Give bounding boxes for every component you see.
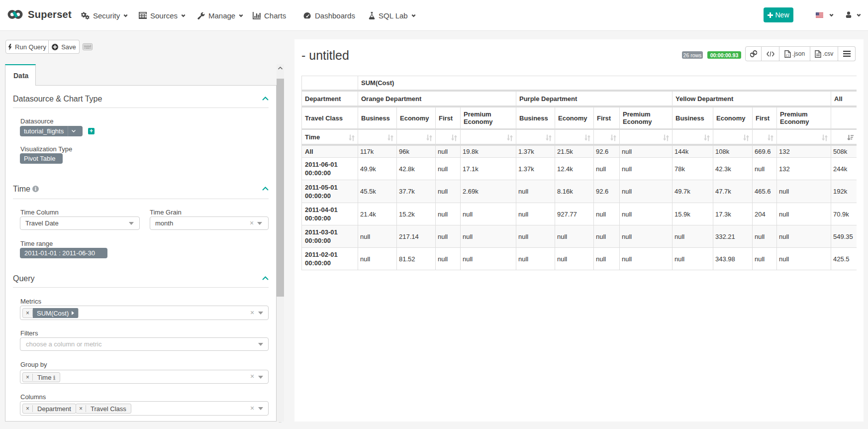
svg-text:{}: {} [785,54,789,57]
